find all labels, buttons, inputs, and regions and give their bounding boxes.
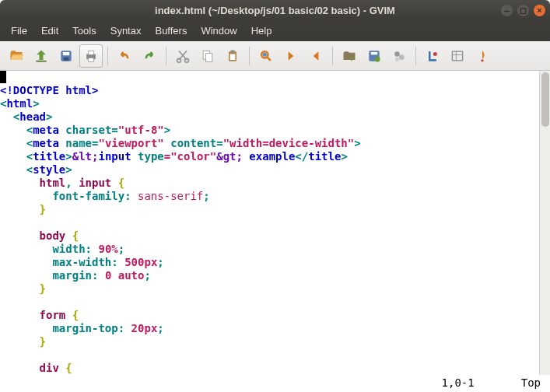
window-title: index.html (~/Desktop/js/01 basic/02 bas… xyxy=(155,5,395,16)
svg-rect-0 xyxy=(36,60,46,61)
close-icon[interactable]: × xyxy=(534,5,545,16)
menu-buffers[interactable]: Buffers xyxy=(149,23,193,38)
svg-point-15 xyxy=(263,52,267,56)
scroll-position: Top xyxy=(521,376,541,389)
copy-icon[interactable] xyxy=(196,44,219,68)
svg-rect-13 xyxy=(230,54,236,60)
find-prev-icon[interactable] xyxy=(304,44,328,68)
menubar: File Edit Tools Syntax Buffers Window He… xyxy=(0,20,550,41)
titlebar: index.html (~/Desktop/js/01 basic/02 bas… xyxy=(0,0,550,20)
save-all-icon[interactable] xyxy=(54,44,78,68)
session-load-icon[interactable] xyxy=(338,44,361,68)
scrollbar[interactable] xyxy=(539,71,550,375)
svg-rect-6 xyxy=(89,58,94,61)
svg-rect-23 xyxy=(429,59,436,61)
svg-rect-17 xyxy=(371,52,377,54)
svg-point-24 xyxy=(433,52,437,56)
menu-help[interactable]: Help xyxy=(245,23,279,38)
undo-icon[interactable] xyxy=(113,44,136,68)
svg-rect-10 xyxy=(206,53,212,61)
toolbar-separator xyxy=(249,47,250,65)
code-editor[interactable]: <!DOCTYPE html> <html> <head> <meta char… xyxy=(0,71,539,375)
tags-icon[interactable] xyxy=(471,44,494,68)
cut-icon[interactable] xyxy=(171,44,194,68)
menu-file[interactable]: File xyxy=(5,23,33,38)
svg-point-21 xyxy=(395,57,399,61)
svg-point-7 xyxy=(177,58,181,62)
svg-point-20 xyxy=(399,54,405,60)
save-icon[interactable] xyxy=(30,44,53,68)
menu-tools[interactable]: Tools xyxy=(66,23,102,38)
toolbar-separator xyxy=(415,47,416,65)
svg-point-26 xyxy=(481,59,483,61)
find-replace-icon[interactable] xyxy=(254,44,278,68)
statusbar: 1,0-1 Top xyxy=(0,375,550,392)
svg-rect-12 xyxy=(231,50,235,52)
cursor-position: 1,0-1 xyxy=(442,376,475,389)
toolbar-separator xyxy=(166,47,166,65)
menu-edit[interactable]: Edit xyxy=(35,23,65,38)
svg-rect-3 xyxy=(64,57,69,60)
make-icon[interactable] xyxy=(421,44,444,68)
maximize-icon[interactable]: ◻ xyxy=(517,5,529,16)
session-save-icon[interactable] xyxy=(363,44,386,68)
menu-window[interactable]: Window xyxy=(194,23,243,38)
svg-rect-2 xyxy=(63,52,69,55)
paste-icon[interactable] xyxy=(221,44,244,68)
svg-point-19 xyxy=(394,51,400,57)
toolbar xyxy=(0,41,550,71)
open-icon[interactable] xyxy=(5,44,28,68)
cursor xyxy=(0,71,6,83)
svg-rect-22 xyxy=(429,51,431,59)
scrollbar-thumb[interactable] xyxy=(541,72,549,127)
svg-rect-5 xyxy=(89,51,94,54)
toolbar-separator xyxy=(332,47,333,65)
print-icon[interactable] xyxy=(79,44,103,68)
run-script-icon[interactable] xyxy=(387,44,411,68)
menu-syntax[interactable]: Syntax xyxy=(104,23,148,38)
svg-point-8 xyxy=(185,58,189,62)
find-next-icon[interactable] xyxy=(279,44,303,68)
svg-point-18 xyxy=(375,56,380,61)
svg-rect-25 xyxy=(452,51,462,61)
toolbar-separator xyxy=(107,47,108,65)
minimize-icon[interactable]: ‒ xyxy=(501,5,513,16)
redo-icon[interactable] xyxy=(138,44,161,68)
shell-icon[interactable] xyxy=(446,44,469,68)
